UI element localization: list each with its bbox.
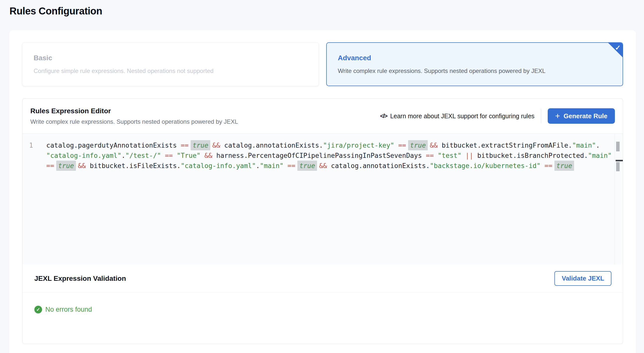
selected-check-icon: ✓ (615, 44, 620, 52)
tab-advanced-title: Advanced (338, 54, 612, 62)
editor-header: Rules Expression Editor Write complex ru… (22, 99, 623, 133)
validation-header-row: JEXL Expression Validation Validate JEXL (22, 264, 623, 293)
editor-title: Rules Expression Editor (30, 107, 238, 115)
learn-more-label: Learn more about JEXL support for config… (390, 113, 534, 120)
scrollbar-cursor-marker (616, 160, 623, 161)
validation-result-message: No errors found (45, 306, 92, 313)
editor-vertical-scrollbar[interactable] (615, 134, 623, 264)
code-row[interactable]: "catalog-info.yaml"."/test-/" == "True" … (46, 150, 608, 161)
page-title: Rules Configuration (10, 6, 102, 17)
code-row[interactable]: == true && bitbucket.isFileExists."catal… (46, 161, 608, 171)
check-circle-icon: ✓ (34, 306, 42, 313)
editor-header-text: Rules Expression Editor Write complex ru… (30, 107, 238, 125)
generate-rule-label: Generate Rule (564, 112, 608, 120)
code-editor[interactable]: 1 catalog.pagerdutyAnnotationExists == t… (22, 133, 623, 264)
tab-advanced[interactable]: Advanced Write complex rule expressions.… (326, 42, 623, 86)
main-panel: Basic Configure simple rule expressions.… (9, 30, 636, 353)
code-icon: </> (380, 113, 387, 120)
editor-subtitle: Write complex rule expressions. Supports… (30, 118, 238, 125)
validation-result: ✓ No errors found (34, 306, 623, 313)
plus-icon: + (555, 112, 560, 120)
tab-basic-title: Basic (34, 54, 307, 62)
code-row[interactable]: catalog.pagerdutyAnnotationExists == tru… (46, 140, 608, 150)
header-divider (541, 109, 541, 123)
scrollbar-thumb[interactable] (616, 162, 620, 171)
code-content[interactable]: catalog.pagerdutyAnnotationExists == tru… (46, 134, 623, 264)
validate-jexl-button[interactable]: Validate JEXL (554, 271, 612, 286)
generate-rule-button[interactable]: + Generate Rule (548, 108, 615, 124)
mode-tabs: Basic Configure simple rule expressions.… (22, 42, 623, 86)
jexl-learn-more-link[interactable]: </> Learn more about JEXL support for co… (380, 113, 534, 120)
tab-advanced-description: Write complex rule expressions. Supports… (338, 68, 612, 75)
line-number: 1 (29, 140, 46, 150)
rules-expression-editor-card: Rules Expression Editor Write complex ru… (22, 98, 623, 344)
validation-title: JEXL Expression Validation (34, 275, 126, 282)
tab-basic-description: Configure simple rule expressions. Neste… (34, 68, 307, 75)
tab-basic[interactable]: Basic Configure simple rule expressions.… (22, 42, 319, 86)
line-number-gutter: 1 (22, 134, 46, 264)
scrollbar-thumb[interactable] (616, 142, 620, 151)
validation-result-area: ✓ No errors found (22, 293, 623, 344)
